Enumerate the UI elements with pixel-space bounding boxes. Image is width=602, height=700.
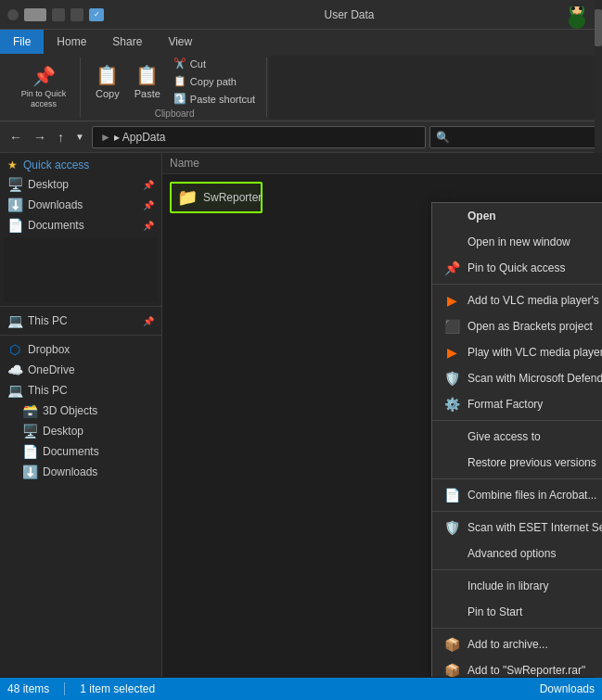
ctx-pin-start[interactable]: Pin to Start <box>432 599 602 625</box>
sidebar-divider-1 <box>0 306 161 307</box>
content-body: 📁 SwReporter Open Open in new window 📌 P… <box>162 174 602 221</box>
search-bar[interactable]: 🔍 <box>429 126 596 148</box>
ctx-restore-versions[interactable]: Restore previous versions <box>432 450 602 476</box>
copy-label: Copy <box>96 88 120 99</box>
ctx-open-new-window[interactable]: Open in new window <box>432 229 602 255</box>
ctx-new-window-icon <box>443 234 460 250</box>
copy-icon: 📋 <box>96 64 119 86</box>
sidebar-downloads-label: Downloads <box>28 198 83 211</box>
sidebar-item-documents-2[interactable]: 📄 Documents <box>0 441 161 462</box>
ctx-vlc-play-icon: ▶ <box>443 344 460 361</box>
cut-button[interactable]: ✂️ Cut <box>170 56 259 71</box>
sidebar-item-dropbox[interactable]: ⬡ Dropbox <box>0 339 161 360</box>
pin-label: Pin to Quick access <box>20 89 67 109</box>
sidebar-section-quick-access[interactable]: ★ Quick access <box>0 153 161 174</box>
selected-count: 1 item selected <box>80 682 155 695</box>
ribbon: File Home Share View 📌 Pin to Quick acce… <box>0 30 602 121</box>
ctx-combine-acrobat[interactable]: 📄 Combine files in Acrobat... <box>432 482 602 508</box>
ctx-defender-icon: 🛡️ <box>443 370 460 387</box>
ctx-library-icon <box>443 578 460 594</box>
ctx-vlc-icon: ▶ <box>443 292 460 309</box>
svg-point-4 <box>579 6 583 10</box>
ctx-open[interactable]: Open <box>432 203 602 229</box>
tab-share[interactable]: Share <box>99 30 155 54</box>
pin-quick-access-button[interactable]: 📌 Pin to Quick access <box>15 63 72 111</box>
ctx-restore-icon <box>443 454 460 471</box>
ctx-defender[interactable]: 🛡️ Scan with Microsoft Defender... <box>432 365 602 391</box>
sidebar-divider-2 <box>0 335 161 336</box>
forward-button[interactable]: → <box>30 128 50 146</box>
paste-shortcut-button[interactable]: ⤵️ Paste shortcut <box>170 91 259 107</box>
tab-file[interactable]: File <box>0 30 44 54</box>
ribbon-tabs: File Home Share View <box>0 30 602 54</box>
sidebar-item-downloads-2[interactable]: ⬇️ Downloads <box>0 462 161 482</box>
sidebar-downloads-2-label: Downloads <box>43 465 97 478</box>
back-button[interactable]: ← <box>6 128 26 146</box>
ctx-include-library[interactable]: Include in library ▶ <box>432 573 602 599</box>
ctx-give-access[interactable]: Give access to ▶ <box>432 424 602 450</box>
ctx-sep-6 <box>432 628 602 629</box>
sidebar-item-downloads[interactable]: ⬇️ Downloads 📌 <box>0 195 161 215</box>
documents-icon-2: 📄 <box>22 444 37 459</box>
sidebar-item-desktop-2[interactable]: 🖥️ Desktop <box>0 421 161 441</box>
window-title: User Data <box>324 8 374 21</box>
folder-icon: 📁 <box>177 187 198 208</box>
sidebar-item-3d-objects[interactable]: 🗃️ 3D Objects <box>0 401 161 421</box>
sidebar-documents-2-label: Documents <box>43 445 99 458</box>
ctx-advanced-options[interactable]: Advanced options ▶ <box>432 541 602 566</box>
ctx-format-factory[interactable]: ⚙️ Format Factory ▶ <box>432 391 602 417</box>
downloads-icon-2: ⬇️ <box>22 465 37 479</box>
ctx-pin-quick-access[interactable]: 📌 Pin to Quick access <box>432 255 602 281</box>
sidebar-item-desktop[interactable]: 🖥️ Desktop 📌 <box>0 174 161 195</box>
sidebar-scroll: ★ Quick access 🖥️ Desktop 📌 ⬇️ Downloads… <box>0 153 161 677</box>
sidebar-item-this-pc[interactable]: 💻 This PC 📌 <box>0 311 161 331</box>
ctx-sep-3 <box>432 478 602 479</box>
sidebar-desktop-label: Desktop <box>28 178 69 191</box>
tab-home[interactable]: Home <box>44 30 99 54</box>
content-area: Name 📁 SwReporter Open Open in new windo… <box>162 153 602 677</box>
address-path-text: ▸ AppData <box>114 131 165 144</box>
context-menu: Open Open in new window 📌 Pin to Quick a… <box>431 202 602 677</box>
quick-access-icon: ★ <box>7 159 18 172</box>
paste-button[interactable]: 📋 Paste <box>129 62 166 101</box>
status-path: Downloads <box>540 682 595 695</box>
ctx-add-swreporter-rar[interactable]: 📦 Add to "SwReporter.rar" <box>432 657 602 677</box>
sw-reporter-folder[interactable]: 📁 SwReporter <box>170 182 263 213</box>
sidebar-blurred-items <box>4 237 158 302</box>
status-bar: 48 items 1 item selected Downloads <box>0 678 602 700</box>
character-icon <box>554 0 600 30</box>
pin-icon: 📌 <box>32 65 56 87</box>
onedrive-icon: ☁️ <box>7 363 22 377</box>
paste-label: Paste <box>134 88 160 99</box>
paste-shortcut-label: Paste shortcut <box>190 94 255 105</box>
ribbon-group-quick-access: 📌 Pin to Quick access <box>7 57 81 117</box>
ctx-brackets[interactable]: ⬛ Open as Brackets project <box>432 313 602 339</box>
sidebar: ★ Quick access 🖥️ Desktop 📌 ⬇️ Downloads… <box>0 153 162 677</box>
ctx-pin-start-icon <box>443 604 460 620</box>
tab-view[interactable]: View <box>155 30 205 54</box>
ctx-vlc-play[interactable]: ▶ Play with VLC media player <box>432 339 602 365</box>
up-button[interactable]: ↑ <box>54 128 68 146</box>
search-icon: 🔍 <box>436 131 450 144</box>
ribbon-group-clipboard: 📋 Copy 📋 Paste ✂️ Cut 📋 Copy path <box>83 57 267 117</box>
pin-icon-4: 📌 <box>143 316 154 326</box>
ctx-format-icon: ⚙️ <box>443 396 460 413</box>
title-bar: ✓ User Data <box>0 0 602 30</box>
column-name: Name <box>170 157 199 170</box>
sidebar-item-this-pc-2[interactable]: 💻 This PC <box>0 380 161 401</box>
copy-button[interactable]: 📋 Copy <box>90 62 125 101</box>
sidebar-item-onedrive[interactable]: ☁️ OneDrive <box>0 360 161 380</box>
ctx-add-archive[interactable]: 📦 Add to archive... <box>432 631 602 657</box>
svg-point-2 <box>569 14 585 29</box>
pin-icon-2: 📌 <box>143 200 154 210</box>
ctx-eset[interactable]: 🛡️ Scan with ESET Internet Security <box>432 515 602 541</box>
copy-path-button[interactable]: 📋 Copy path <box>170 73 259 89</box>
pin-icon: 📌 <box>143 180 154 190</box>
address-bar[interactable]: ► ▸ AppData <box>92 126 426 148</box>
ctx-access-icon <box>443 428 460 445</box>
ctx-vlc-playlist[interactable]: ▶ Add to VLC media player's Playlist <box>432 287 602 313</box>
this-pc-icon-2: 💻 <box>7 383 22 398</box>
sidebar-item-documents[interactable]: 📄 Documents 📌 <box>0 215 161 235</box>
recent-button[interactable]: ▼ <box>71 130 88 144</box>
paste-shortcut-icon: ⤵️ <box>173 93 186 105</box>
